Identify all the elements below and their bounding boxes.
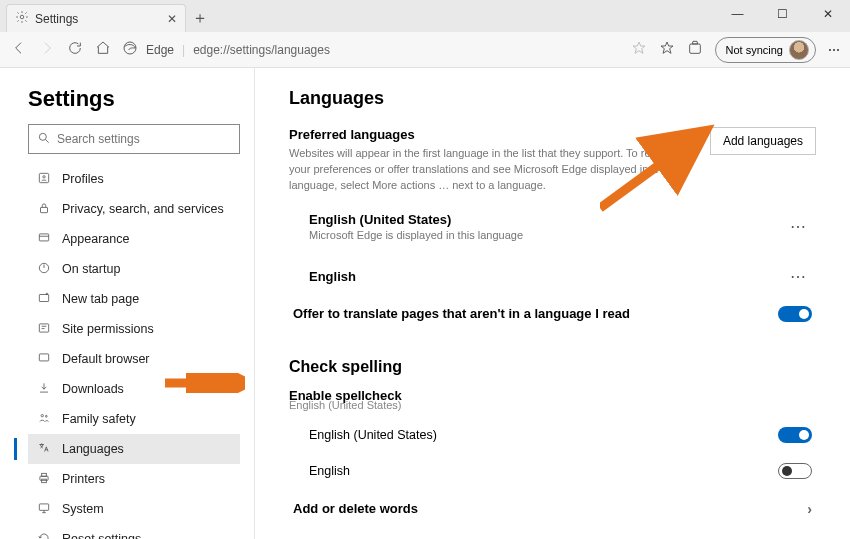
sidebar-item-printers[interactable]: Printers <box>28 464 240 494</box>
svg-point-0 <box>20 15 24 19</box>
separator: | <box>182 43 185 57</box>
language-name: English <box>309 269 356 284</box>
profile-button[interactable]: Not syncing <box>715 37 816 63</box>
system-icon <box>36 501 52 518</box>
preferred-desc: Websites will appear in the first langua… <box>289 146 692 194</box>
title-bar: Settings ✕ ＋ — ☐ ✕ <box>0 0 850 32</box>
sidebar-item-system[interactable]: System <box>28 494 240 524</box>
add-delete-words-label: Add or delete words <box>293 501 418 516</box>
sidebar-item-default[interactable]: Default browser <box>28 344 240 374</box>
svg-rect-16 <box>42 479 47 483</box>
sidebar-item-label: Default browser <box>62 352 150 366</box>
sidebar-item-label: Family safety <box>62 412 136 426</box>
sidebar-item-family[interactable]: Family safety <box>28 404 240 434</box>
tab-title: Settings <box>35 12 78 26</box>
settings-sidebar: Settings Profiles Privacy, search, and s… <box>0 68 255 539</box>
address-bar[interactable]: Edge | edge://settings/languages <box>122 40 621 59</box>
svg-point-13 <box>45 415 47 417</box>
chevron-right-icon: › <box>807 501 812 517</box>
sidebar-item-startup[interactable]: On startup <box>28 254 240 284</box>
permissions-icon <box>36 321 52 338</box>
spell-lang-row: English (United States) <box>289 417 816 453</box>
svg-rect-7 <box>39 233 48 240</box>
language-icon <box>36 441 52 458</box>
sidebar-item-label: Languages <box>62 442 124 456</box>
sidebar-item-privacy[interactable]: Privacy, search, and services <box>28 194 240 224</box>
window-controls: — ☐ ✕ <box>715 0 850 28</box>
svg-rect-15 <box>42 473 47 476</box>
gear-icon <box>15 10 29 27</box>
power-icon <box>36 261 52 278</box>
check-spelling-heading: Check spelling <box>289 358 816 376</box>
star-outline-icon[interactable] <box>631 40 647 59</box>
tab-close-icon[interactable]: ✕ <box>167 12 177 26</box>
back-button[interactable] <box>10 40 28 59</box>
browser-tab[interactable]: Settings ✕ <box>6 4 186 32</box>
preferred-label: Preferred languages <box>289 127 692 142</box>
maximize-button[interactable]: ☐ <box>760 0 805 28</box>
add-languages-button[interactable]: Add languages <box>710 127 816 155</box>
spell-lang-row: English <box>289 453 816 489</box>
preferred-languages-head: Preferred languages Websites will appear… <box>289 127 816 194</box>
sidebar-item-label: Printers <box>62 472 105 486</box>
family-icon <box>36 411 52 428</box>
toolbar: Edge | edge://settings/languages Not syn… <box>0 32 850 68</box>
more-actions-button[interactable]: ⋯ <box>786 267 812 286</box>
sidebar-nav: Profiles Privacy, search, and services A… <box>28 164 240 539</box>
svg-point-5 <box>43 175 45 177</box>
sidebar-item-label: Appearance <box>62 232 129 246</box>
spell-lang-toggle[interactable] <box>778 463 812 479</box>
download-icon <box>36 381 52 398</box>
main-panel: Languages Preferred languages Websites w… <box>255 68 850 539</box>
sidebar-item-label: Downloads <box>62 382 124 396</box>
svg-rect-17 <box>39 503 48 509</box>
printer-icon <box>36 471 52 488</box>
sidebar-item-profiles[interactable]: Profiles <box>28 164 240 194</box>
sidebar-item-label: Site permissions <box>62 322 154 336</box>
svg-rect-9 <box>39 294 48 301</box>
spellcheck-sub: English (United States) <box>289 399 816 411</box>
sync-label: Not syncing <box>726 44 783 56</box>
minimize-button[interactable]: — <box>715 0 760 28</box>
add-delete-words-row[interactable]: Add or delete words › <box>289 489 816 529</box>
refresh-button[interactable] <box>66 40 84 59</box>
search-input[interactable] <box>57 132 231 146</box>
svg-point-3 <box>39 133 46 140</box>
collections-icon[interactable] <box>687 40 703 59</box>
sidebar-item-newtab[interactable]: New tab page <box>28 284 240 314</box>
edge-logo-icon <box>122 40 138 59</box>
sidebar-item-appearance[interactable]: Appearance <box>28 224 240 254</box>
sidebar-item-label: New tab page <box>62 292 139 306</box>
forward-button <box>38 40 56 59</box>
svg-point-12 <box>41 414 43 416</box>
avatar <box>789 40 809 60</box>
sidebar-item-downloads[interactable]: Downloads <box>28 374 240 404</box>
spell-lang-name: English (United States) <box>309 428 437 442</box>
svg-rect-10 <box>39 323 48 331</box>
svg-rect-2 <box>689 44 700 53</box>
translate-toggle[interactable] <box>778 306 812 322</box>
search-settings-box[interactable] <box>28 124 240 154</box>
sidebar-item-label: Reset settings <box>62 532 141 539</box>
favorites-icon[interactable] <box>659 40 675 59</box>
language-sub: Microsoft Edge is displayed in this lang… <box>309 229 523 241</box>
sidebar-title: Settings <box>28 86 240 112</box>
search-icon <box>37 131 51 148</box>
sidebar-item-label: On startup <box>62 262 120 276</box>
more-actions-button[interactable]: ⋯ <box>786 217 812 236</box>
close-window-button[interactable]: ✕ <box>805 0 850 28</box>
page-heading: Languages <box>289 88 816 109</box>
sidebar-item-languages[interactable]: Languages <box>28 434 240 464</box>
profile-icon <box>36 171 52 188</box>
sidebar-item-reset[interactable]: Reset settings <box>28 524 240 539</box>
sidebar-item-label: Profiles <box>62 172 104 186</box>
spell-lang-toggle[interactable] <box>778 427 812 443</box>
sidebar-item-permissions[interactable]: Site permissions <box>28 314 240 344</box>
appearance-icon <box>36 231 52 248</box>
home-button[interactable] <box>94 40 112 59</box>
language-name: English (United States) <box>309 212 523 227</box>
new-tab-button[interactable]: ＋ <box>186 4 214 32</box>
more-menu-icon[interactable]: ⋯ <box>828 43 840 57</box>
spell-lang-name: English <box>309 464 350 478</box>
translate-label: Offer to translate pages that aren't in … <box>293 306 630 321</box>
